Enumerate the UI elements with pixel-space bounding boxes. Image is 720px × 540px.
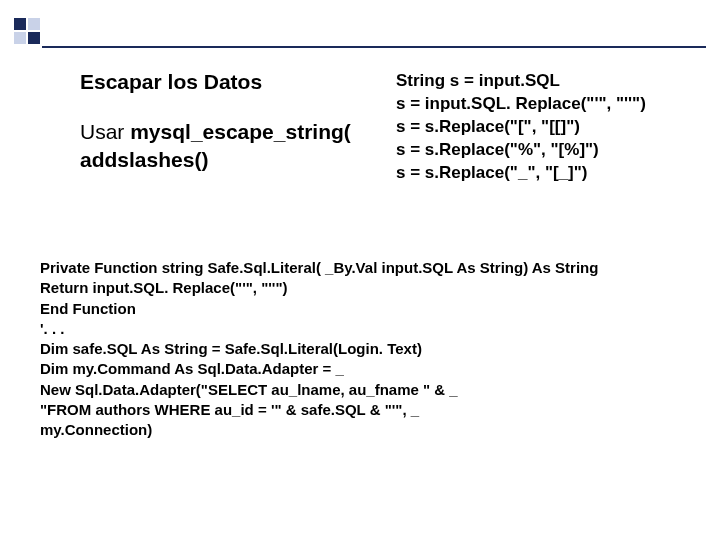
code-line: String s = input.SQL	[396, 70, 706, 93]
code-line: Private Function string Safe.Sql.Literal…	[40, 258, 684, 278]
text-bold-line2: addslashes()	[80, 148, 208, 171]
code-snippet-top: String s = input.SQL s = input.SQL. Repl…	[396, 70, 706, 185]
square-icon	[28, 32, 40, 44]
code-line: End Function	[40, 299, 684, 319]
square-icon	[14, 32, 26, 44]
code-line: Return input.SQL. Replace("'", "''")	[40, 278, 684, 298]
square-icon	[28, 18, 40, 30]
text-prefix: Usar	[80, 120, 130, 143]
code-line: "FROM authors WHERE au_id = '" & safe.SQ…	[40, 400, 684, 420]
code-line: s = s.Replace("_", "[_]")	[396, 162, 706, 185]
code-line: s = s.Replace("%", "[%]")	[396, 139, 706, 162]
square-icon	[14, 18, 26, 30]
text-bold: mysql_escape_string(	[130, 120, 351, 143]
corner-squares	[14, 18, 40, 44]
code-snippet-bottom: Private Function string Safe.Sql.Literal…	[34, 254, 690, 444]
divider	[42, 46, 706, 48]
code-line: s = s.Replace("[", "[[]")	[396, 116, 706, 139]
code-line: New Sql.Data.Adapter("SELECT au_lname, a…	[40, 380, 684, 400]
code-line: Dim my.Command As Sql.Data.Adapter = _	[40, 359, 684, 379]
code-line: Dim safe.SQL As String = Safe.Sql.Litera…	[40, 339, 684, 359]
code-line: s = input.SQL. Replace("'", "''")	[396, 93, 706, 116]
code-line: my.Connection)	[40, 420, 684, 440]
code-line: '. . .	[40, 319, 684, 339]
